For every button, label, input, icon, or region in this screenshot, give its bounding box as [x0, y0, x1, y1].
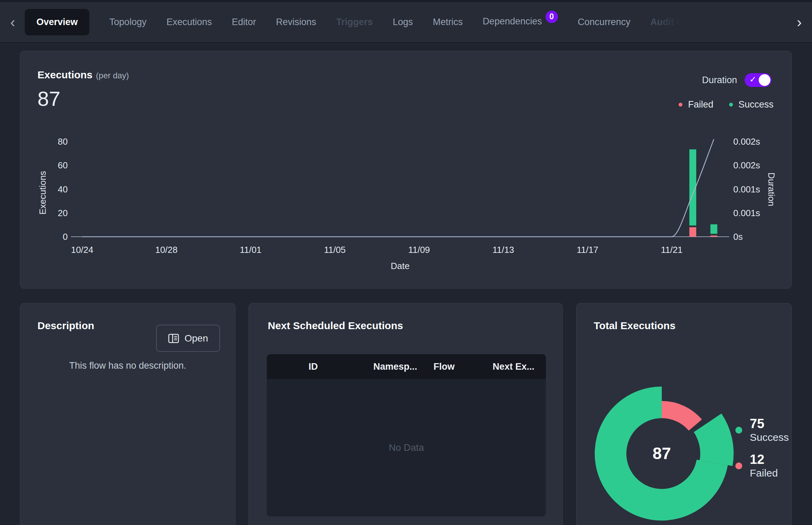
svg-text:11/13: 11/13 [492, 245, 514, 255]
svg-text:0: 0 [63, 232, 68, 242]
next-scheduled-executions-card: Next Scheduled Executions ID Namesp... F… [249, 303, 563, 525]
duration-toggle-label: Duration [702, 75, 737, 86]
failed-bar [689, 227, 696, 237]
success-count: 75 [750, 417, 789, 431]
column-header-namespace: Namesp... [360, 361, 420, 372]
success-dot-icon [735, 427, 742, 434]
failed-dot-icon [679, 103, 682, 107]
flow-tabs: Overview Topology Executions Editor Revi… [25, 9, 794, 35]
svg-text:60: 60 [58, 160, 68, 170]
tab-editor[interactable]: Editor [232, 17, 256, 27]
failed-bar [711, 236, 717, 237]
open-description-button[interactable]: Open [156, 325, 220, 352]
duration-line [82, 139, 714, 237]
svg-text:80: 80 [58, 136, 68, 147]
next-scheduled-table-header: ID Namesp... Flow Next Ex... [267, 354, 546, 379]
tabs-scroll-left-icon[interactable]: ‹ [8, 15, 18, 30]
legend-item-success[interactable]: Success [729, 99, 773, 110]
svg-text:10/24: 10/24 [71, 245, 93, 255]
executions-card-title: Executions [37, 69, 92, 81]
failed-dot-icon [735, 462, 742, 469]
description-empty-text: This flow has no description. [20, 360, 235, 371]
svg-text:11/01: 11/01 [240, 245, 261, 255]
open-button-label: Open [185, 333, 208, 344]
tabs-scroll-right-icon[interactable]: › [794, 15, 804, 30]
flow-tabs-bar: ‹ Overview Topology Executions Editor Re… [0, 0, 812, 43]
svg-text:0.001s: 0.001s [733, 184, 760, 194]
svg-text:Duration: Duration [766, 172, 777, 206]
total-executions-title: Total Executions [594, 320, 676, 332]
no-data-text: No Data [389, 442, 424, 453]
svg-text:11/09: 11/09 [408, 245, 430, 255]
description-card: Description Open This flow has no descri… [20, 303, 235, 525]
svg-text:0.002s: 0.002s [733, 160, 760, 170]
tab-overview[interactable]: Overview [25, 9, 89, 35]
duration-toggle-group: Duration ✓ [702, 73, 771, 87]
column-header-flow: Flow [420, 361, 479, 372]
tab-dependencies[interactable]: Dependencies 0 [483, 16, 558, 29]
tab-executions[interactable]: Executions [166, 17, 212, 27]
svg-text:0s: 0s [733, 232, 743, 242]
donut-legend: 75 Success 12 Failed [735, 417, 789, 479]
svg-text:Date: Date [391, 261, 410, 271]
column-header-id: ID [267, 361, 360, 372]
kestra-flow-dashboard: ‹ Overview Topology Executions Editor Re… [0, 0, 812, 525]
failed-label: Failed [750, 467, 778, 479]
executions-per-day-card: Executions (per day) 87 Duration ✓ Faile… [20, 51, 792, 289]
legend-success-label: Success [738, 99, 773, 110]
dependencies-count-badge: 0 [546, 11, 558, 23]
tab-revisions[interactable]: Revisions [276, 17, 316, 27]
tab-metrics[interactable]: Metrics [433, 17, 463, 27]
tab-audit-logs: Audit L [650, 17, 682, 27]
svg-text:10/28: 10/28 [155, 245, 177, 255]
success-label: Success [750, 431, 789, 444]
svg-text:20: 20 [58, 208, 68, 218]
failed-count: 12 [750, 453, 778, 467]
legend-item-failed[interactable]: Failed [679, 99, 713, 110]
book-open-icon [168, 334, 179, 343]
tab-logs[interactable]: Logs [393, 17, 413, 27]
executions-chart-svg: 8060402000.002s0.002s0.001s0.001s0s10/24… [20, 134, 792, 282]
tab-concurrency[interactable]: Concurrency [578, 17, 630, 27]
svg-text:Executions: Executions [37, 171, 48, 214]
column-header-next-execution: Next Ex... [479, 361, 546, 372]
success-slice-popped [694, 414, 734, 466]
check-icon: ✓ [749, 75, 756, 84]
total-executions-card: Total Executions 87 75 Success 12 Failed [576, 303, 792, 525]
executions-card-subtitle: (per day) [96, 71, 129, 80]
svg-text:11/21: 11/21 [661, 245, 682, 255]
svg-text:11/05: 11/05 [324, 245, 345, 255]
success-bar [711, 224, 717, 234]
toggle-knob [759, 74, 770, 86]
description-card-title: Description [37, 320, 94, 332]
failed-slice [662, 401, 702, 431]
svg-text:40: 40 [58, 184, 68, 194]
donut-legend-success[interactable]: 75 Success [735, 417, 789, 444]
duration-toggle[interactable]: ✓ [745, 73, 771, 87]
executions-card-header: Executions (per day) [37, 69, 129, 81]
legend-failed-label: Failed [688, 99, 713, 110]
next-scheduled-table-body: No Data [267, 379, 546, 516]
executions-total-count: 87 [37, 87, 61, 111]
donut-legend-failed[interactable]: 12 Failed [735, 453, 789, 479]
success-dot-icon [729, 103, 733, 107]
svg-text:11/17: 11/17 [577, 245, 598, 255]
svg-text:0.002s: 0.002s [733, 136, 760, 147]
tab-dependencies-label: Dependencies [483, 16, 542, 27]
donut-center-value: 87 [652, 444, 671, 462]
executions-chart-legend: Failed Success [679, 99, 773, 110]
next-scheduled-title: Next Scheduled Executions [268, 320, 403, 332]
svg-text:0.001s: 0.001s [733, 208, 760, 218]
executions-bar-line-chart: 8060402000.002s0.002s0.001s0.001s0s10/24… [20, 134, 792, 282]
tab-triggers: Triggers [336, 17, 373, 27]
tab-topology[interactable]: Topology [109, 17, 146, 27]
next-scheduled-table: ID Namesp... Flow Next Ex... No Data [267, 354, 546, 516]
